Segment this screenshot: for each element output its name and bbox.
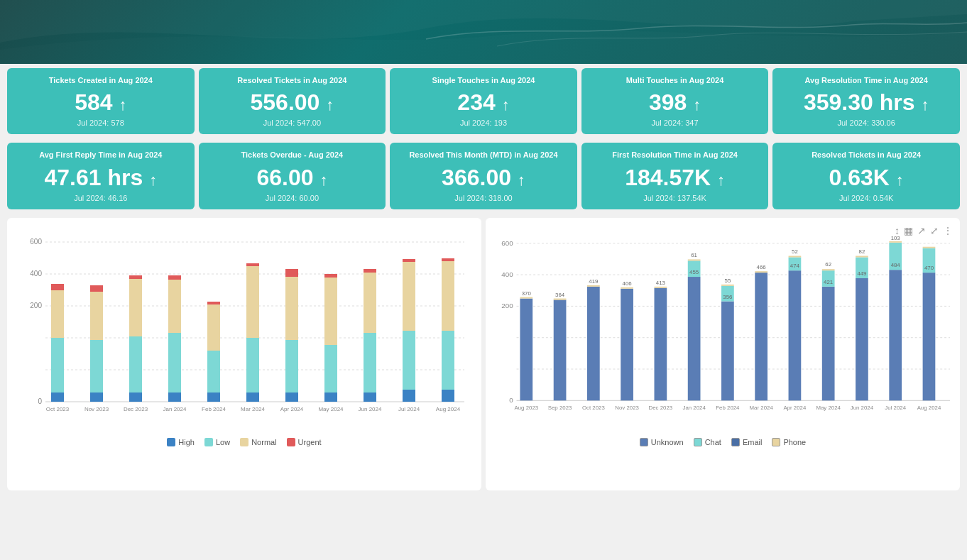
svg-rect-52 — [364, 273, 376, 333]
channel-chart: ↕ ▦ ↗ ⤢ ⋮ 600 400 200 0 — [486, 218, 960, 490]
svg-rect-30 — [207, 392, 220, 402]
svg-text:62: 62 — [825, 261, 831, 268]
metrics-row-2: Avg First Reply Time in Aug 2024 47.61 h… — [0, 138, 967, 213]
svg-text:364: 364 — [555, 291, 565, 297]
svg-rect-80 — [554, 298, 567, 300]
channel-chart-legend: Unknown Chat Email Phone — [496, 438, 950, 446]
svg-rect-27 — [168, 280, 181, 333]
legend-unknown: Unknown — [640, 438, 684, 446]
metric-card-1-3: First Resolution Time in Aug 2024 184.57… — [581, 143, 769, 209]
legend-high-label: High — [178, 438, 195, 446]
svg-text:406: 406 — [623, 280, 633, 286]
legend-email-label: Email — [743, 438, 763, 446]
svg-rect-25 — [168, 392, 181, 402]
legend-urgent-box — [287, 438, 295, 446]
svg-text:455: 455 — [689, 269, 699, 275]
metric-value-0-2: 234 ↑ — [400, 89, 567, 116]
svg-rect-79 — [554, 300, 567, 400]
metric-card-0-0: Tickets Created in Aug 2024 584 ↑ Jul 20… — [7, 68, 195, 134]
metric-title-0-1: Resolved Tickets in Aug 2024 — [209, 75, 376, 85]
svg-rect-91 — [655, 287, 667, 400]
metric-title-1-0: Avg First Reply Time in Aug 2024 — [17, 150, 185, 160]
svg-rect-117 — [822, 286, 835, 400]
svg-rect-16 — [90, 340, 103, 392]
metric-card-0-2: Single Touches in Aug 2024 234 ↑ Jul 202… — [390, 68, 577, 134]
metric-prev-1-3: Jul 2024: 137.54K — [591, 194, 759, 202]
svg-text:Jun 2024: Jun 2024 — [851, 405, 874, 411]
svg-text:470: 470 — [924, 265, 934, 271]
svg-rect-37 — [246, 266, 259, 338]
svg-rect-97 — [688, 259, 701, 260]
svg-text:Oct 2023: Oct 2023 — [582, 405, 606, 411]
svg-rect-63 — [442, 258, 454, 261]
svg-rect-57 — [403, 262, 415, 331]
svg-rect-43 — [285, 269, 298, 277]
svg-rect-28 — [168, 275, 181, 280]
metric-prev-1-2: Jul 2024: 318.00 — [400, 194, 567, 202]
svg-text:419: 419 — [589, 278, 598, 284]
svg-text:Jul 2024: Jul 2024 — [885, 405, 906, 411]
legend-normal: Normal — [240, 438, 276, 446]
metric-value-1-0: 47.61 hrs ↑ — [17, 165, 185, 191]
metric-card-1-1: Tickets Overdue - Aug 2024 66.00 ↑ Jul 2… — [199, 143, 386, 209]
metric-card-0-3: Multi Touches in Aug 2024 398 ↑ Jul 2024… — [581, 68, 769, 134]
priority-chart-legend: High Low Normal Urgent — [17, 438, 471, 446]
svg-text:52: 52 — [792, 248, 798, 254]
svg-text:400: 400 — [501, 270, 513, 278]
svg-text:Nov 2023: Nov 2023 — [615, 405, 639, 411]
charts-row: 600 400 200 0 Oct 2023 Nov 2023 — [0, 214, 967, 490]
svg-rect-10 — [51, 392, 64, 402]
legend-email-box — [731, 438, 740, 446]
svg-rect-55 — [403, 390, 415, 402]
svg-text:600: 600 — [30, 238, 42, 246]
metric-prev-0-3: Jul 2024: 347 — [591, 119, 759, 127]
svg-text:0: 0 — [38, 397, 42, 405]
svg-rect-20 — [129, 392, 142, 402]
svg-rect-61 — [442, 331, 454, 390]
svg-rect-33 — [207, 302, 220, 304]
svg-text:Apr 2024: Apr 2024 — [783, 405, 807, 411]
svg-text:Jun 2024: Jun 2024 — [359, 406, 382, 412]
svg-text:Aug 2024: Aug 2024 — [436, 406, 461, 412]
svg-text:400: 400 — [30, 270, 42, 278]
svg-text:356: 356 — [723, 293, 733, 300]
legend-high-box — [167, 438, 175, 446]
priority-chart: 600 400 200 0 Oct 2023 Nov 2023 — [7, 218, 481, 490]
svg-text:413: 413 — [656, 279, 666, 285]
metric-prev-0-1: Jul 2024: 547.00 — [209, 119, 376, 127]
channel-chart-svg: 600 400 200 0 370 Aug 2023 364 Sep 2023 … — [496, 235, 950, 412]
legend-normal-label: Normal — [251, 438, 276, 446]
svg-rect-12 — [51, 290, 64, 338]
metric-title-0-0: Tickets Created in Aug 2024 — [17, 75, 185, 85]
metric-value-1-3: 184.57K ↑ — [591, 165, 759, 191]
svg-rect-17 — [90, 292, 103, 340]
svg-rect-41 — [285, 340, 298, 392]
svg-text:Jan 2024: Jan 2024 — [163, 406, 187, 412]
metric-card-1-2: Resolved This Month (MTD) in Aug 2024 36… — [390, 143, 577, 209]
svg-rect-32 — [207, 304, 220, 351]
metric-title-1-3: First Resolution Time in Aug 2024 — [591, 150, 759, 160]
legend-phone-label: Phone — [783, 438, 806, 446]
legend-urgent-label: Urgent — [298, 438, 322, 446]
svg-text:Oct 2023: Oct 2023 — [46, 406, 70, 412]
svg-text:May 2024: May 2024 — [816, 405, 841, 411]
metric-title-1-2: Resolved This Month (MTD) in Aug 2024 — [400, 150, 567, 160]
metric-prev-0-2: Jul 2024: 193 — [400, 119, 567, 127]
svg-rect-51 — [364, 333, 376, 392]
svg-rect-129 — [889, 270, 902, 400]
svg-text:Nov 2023: Nov 2023 — [84, 406, 109, 412]
svg-rect-21 — [129, 336, 142, 392]
svg-rect-22 — [129, 279, 142, 336]
legend-chat: Chat — [694, 438, 721, 446]
svg-rect-23 — [129, 275, 142, 279]
svg-rect-83 — [587, 286, 600, 400]
svg-rect-36 — [246, 338, 259, 392]
svg-rect-26 — [168, 333, 181, 392]
svg-text:Aug 2023: Aug 2023 — [514, 405, 538, 411]
svg-rect-18 — [90, 285, 103, 292]
legend-low-box — [204, 438, 213, 446]
svg-rect-38 — [246, 263, 259, 266]
metric-title-0-2: Single Touches in Aug 2024 — [400, 75, 567, 85]
legend-unknown-label: Unknown — [651, 438, 684, 446]
metric-value-0-3: 398 ↑ — [591, 89, 759, 116]
